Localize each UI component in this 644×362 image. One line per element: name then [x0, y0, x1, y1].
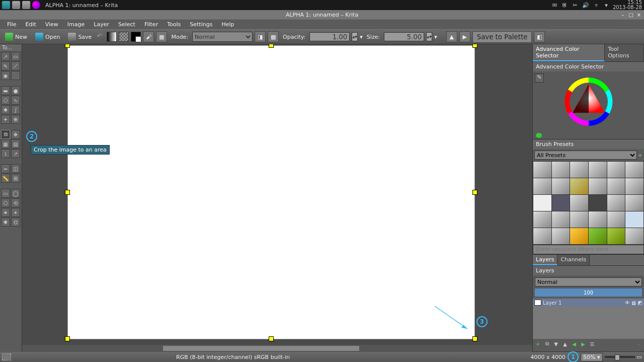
ruler-tool[interactable]: 📏	[1, 174, 10, 183]
brush-preset[interactable]	[570, 195, 588, 211]
crop-tool[interactable]: ⧉	[1, 130, 10, 139]
crop-handle-sw[interactable]	[65, 336, 70, 341]
select-magnetic-tool[interactable]: ⌬	[11, 218, 20, 227]
gradient-swatch[interactable]	[107, 32, 117, 42]
layer-visibility-icon[interactable]: 👁	[625, 300, 630, 306]
size-dropdown[interactable]: ▾	[434, 34, 437, 40]
brush-preset[interactable]	[607, 162, 625, 178]
brush-preset[interactable]	[625, 162, 643, 178]
brush-preset[interactable]	[607, 178, 625, 194]
zoom-fit-button[interactable]: ▭	[637, 354, 642, 360]
brush-preset[interactable]	[570, 211, 588, 228]
crop-handle-e[interactable]	[472, 190, 477, 195]
eraser-toggle[interactable]: ▦	[156, 31, 167, 42]
crop-handle-ne[interactable]	[472, 44, 477, 48]
brush-preset[interactable]	[552, 211, 570, 228]
menu-layer[interactable]: Layer	[90, 20, 113, 29]
pattern-edit-tool[interactable]: ◫	[11, 164, 20, 173]
system-menu-icon[interactable]	[2, 1, 10, 9]
brush-preset[interactable]	[533, 178, 551, 194]
gradient-tool[interactable]: ━	[1, 164, 10, 173]
preserve-alpha-button[interactable]: ▩	[268, 31, 279, 42]
brush-preset[interactable]	[625, 228, 643, 244]
brush-preset[interactable]	[552, 178, 570, 194]
scissors-icon[interactable]: ✂	[573, 2, 577, 9]
opacity-dropdown[interactable]: ▾	[360, 34, 363, 40]
brush-preset[interactable]	[589, 228, 607, 244]
brush-preset[interactable]	[533, 195, 551, 211]
krita-app-icon[interactable]	[32, 1, 40, 9]
opacity-spinner[interactable]: ▲▼	[352, 32, 358, 41]
mirror-v-button[interactable]: ▶	[459, 31, 470, 42]
opacity-field[interactable]	[309, 32, 350, 41]
brush-preset[interactable]	[533, 228, 551, 244]
volume-icon[interactable]: 🔊	[582, 2, 589, 9]
layer-props-button[interactable]: ☰	[589, 340, 596, 347]
menu-filter[interactable]: Filter	[140, 20, 162, 29]
color-picker-button[interactable]: ✎	[535, 74, 544, 83]
canvas-area[interactable]: Crop the image to an area 2 3	[22, 44, 532, 352]
polyline-tool[interactable]: ∿	[11, 96, 20, 105]
menu-file[interactable]: File	[3, 20, 20, 29]
crop-handle-se[interactable]	[472, 336, 477, 341]
brush-preset[interactable]	[589, 178, 607, 194]
measure-tool[interactable]: ↗	[11, 149, 20, 158]
brush-preset[interactable]	[552, 228, 570, 244]
mail-icon[interactable]: ✉	[552, 2, 557, 9]
crop-handle-n[interactable]	[269, 44, 274, 48]
new-button[interactable]: New	[2, 32, 30, 42]
assistant-tool[interactable]: ⊞	[11, 174, 20, 183]
layer-alpha-icon[interactable]: ◩	[638, 300, 642, 306]
delete-layer-button[interactable]: –	[635, 340, 642, 347]
fill-tool[interactable]: ◉	[1, 71, 10, 80]
layer-row[interactable]: Layer 1 👁 ▦ ◩	[533, 299, 643, 306]
brush-preset[interactable]	[589, 195, 607, 211]
brush-preset[interactable]	[607, 211, 625, 228]
layer-down-button[interactable]: ▼	[552, 340, 559, 347]
preset-category-select[interactable]: All Presets	[534, 151, 637, 160]
multibrush-tool[interactable]: ❋	[11, 115, 20, 124]
select-contig-tool[interactable]: ✶	[11, 208, 20, 217]
next-layer-button[interactable]: ▶	[580, 340, 587, 347]
tab-channels[interactable]: Channels	[557, 255, 590, 265]
shield-icon[interactable]: ⛨	[562, 2, 568, 9]
maximize-button[interactable]: □	[628, 12, 634, 18]
pattern-swatch[interactable]	[119, 32, 129, 42]
polygon-tool[interactable]: ⬠	[1, 96, 10, 105]
window-titlebar[interactable]: ALPHA 1: unnamed – Krita – □ ×	[0, 10, 644, 19]
recent-color-swatch[interactable]	[536, 133, 542, 138]
wifi-icon[interactable]: ᯤ	[594, 2, 600, 9]
brush-preset[interactable]	[533, 211, 551, 228]
brush-preset[interactable]	[589, 211, 607, 228]
brush-preset[interactable]	[625, 195, 643, 211]
select-free-tool[interactable]: ⟲	[11, 198, 20, 207]
color-selector[interactable]: ✎	[533, 71, 644, 132]
picker-tool[interactable]: ⤹	[1, 149, 10, 158]
brush-preset[interactable]	[552, 195, 570, 211]
crop-handle-s[interactable]	[269, 336, 274, 341]
open-button[interactable]: Open	[32, 32, 63, 42]
canvas[interactable]	[67, 45, 475, 339]
task-icon-1[interactable]	[12, 1, 20, 9]
undo-button[interactable]	[97, 33, 105, 41]
recent-colors[interactable]	[533, 132, 644, 139]
brush-preset[interactable]	[570, 162, 588, 178]
brush-preset[interactable]	[570, 228, 588, 244]
menu-edit[interactable]: Edit	[21, 20, 40, 29]
canvas-scrollbar-h[interactable]	[22, 345, 532, 352]
close-button[interactable]: ×	[636, 12, 642, 18]
crop-handle-w[interactable]	[65, 190, 70, 195]
select-poly-tool[interactable]: ⬠	[1, 198, 10, 207]
tab-advanced-color[interactable]: Advanced Color Selector	[533, 44, 605, 61]
brush-picker[interactable]: 🖌	[143, 31, 154, 42]
size-field[interactable]	[384, 32, 424, 41]
perspective-tool[interactable]: ▦	[1, 139, 10, 149]
crop-handle-nw[interactable]	[65, 44, 70, 48]
ellipse-tool[interactable]: ●	[11, 86, 20, 95]
scrollbar-thumb[interactable]	[163, 346, 359, 351]
menu-help[interactable]: Help	[217, 20, 238, 29]
add-preset-button[interactable]: +	[638, 152, 642, 159]
menu-view[interactable]: View	[41, 20, 62, 29]
layer-lock-icon[interactable]: ▦	[631, 300, 636, 306]
duplicate-layer-button[interactable]: ⧉	[543, 340, 550, 347]
